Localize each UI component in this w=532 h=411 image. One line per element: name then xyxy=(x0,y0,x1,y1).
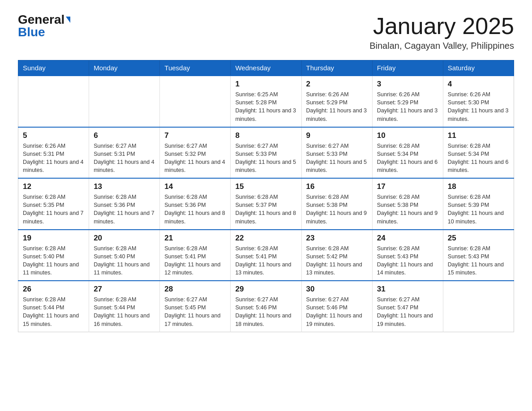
day-number: 29 xyxy=(235,285,296,294)
calendar-cell: 27Sunrise: 6:28 AMSunset: 5:44 PMDayligh… xyxy=(89,281,160,332)
day-number: 30 xyxy=(306,285,368,294)
header-saturday: Saturday xyxy=(443,60,514,76)
day-number: 17 xyxy=(377,182,438,191)
day-info: Sunrise: 6:28 AMSunset: 5:34 PMDaylight:… xyxy=(448,142,509,175)
calendar-cell: 31Sunrise: 6:27 AMSunset: 5:47 PMDayligh… xyxy=(372,281,443,332)
location-title: Binalan, Cagayan Valley, Philippines xyxy=(369,41,514,51)
day-info: Sunrise: 6:26 AMSunset: 5:29 PMDaylight:… xyxy=(306,90,368,123)
calendar-cell: 18Sunrise: 6:28 AMSunset: 5:39 PMDayligh… xyxy=(443,178,514,230)
header-monday: Monday xyxy=(89,60,160,76)
header-row: SundayMondayTuesdayWednesdayThursdayFrid… xyxy=(18,60,514,76)
day-info: Sunrise: 6:26 AMSunset: 5:30 PMDaylight:… xyxy=(448,90,509,123)
day-number: 19 xyxy=(23,234,84,243)
day-info: Sunrise: 6:28 AMSunset: 5:40 PMDaylight:… xyxy=(23,244,84,277)
day-info: Sunrise: 6:28 AMSunset: 5:41 PMDaylight:… xyxy=(164,244,226,277)
calendar-cell: 20Sunrise: 6:28 AMSunset: 5:40 PMDayligh… xyxy=(89,230,160,281)
calendar-cell: 16Sunrise: 6:28 AMSunset: 5:38 PMDayligh… xyxy=(301,178,372,230)
day-number: 25 xyxy=(448,234,509,243)
day-number: 22 xyxy=(235,234,296,243)
day-info: Sunrise: 6:28 AMSunset: 5:38 PMDaylight:… xyxy=(306,193,368,226)
calendar-cell: 9Sunrise: 6:27 AMSunset: 5:33 PMDaylight… xyxy=(301,127,372,179)
day-info: Sunrise: 6:28 AMSunset: 5:43 PMDaylight:… xyxy=(377,244,438,277)
day-info: Sunrise: 6:28 AMSunset: 5:37 PMDaylight:… xyxy=(235,193,296,226)
day-info: Sunrise: 6:28 AMSunset: 5:44 PMDaylight:… xyxy=(23,295,84,328)
logo-triangle-icon xyxy=(66,17,70,23)
page-header: General Blue January 2025 Binalan, Cagay… xyxy=(18,13,514,51)
day-info: Sunrise: 6:27 AMSunset: 5:47 PMDaylight:… xyxy=(377,295,438,328)
day-number: 18 xyxy=(448,182,509,191)
day-number: 8 xyxy=(235,131,296,140)
day-info: Sunrise: 6:28 AMSunset: 5:43 PMDaylight:… xyxy=(448,244,509,277)
day-info: Sunrise: 6:26 AMSunset: 5:31 PMDaylight:… xyxy=(23,142,84,175)
day-number: 6 xyxy=(94,131,155,140)
calendar-cell: 17Sunrise: 6:28 AMSunset: 5:38 PMDayligh… xyxy=(372,178,443,230)
calendar-cell: 10Sunrise: 6:28 AMSunset: 5:34 PMDayligh… xyxy=(372,127,443,179)
day-number: 14 xyxy=(164,182,226,191)
header-sunday: Sunday xyxy=(18,60,89,76)
calendar-cell: 19Sunrise: 6:28 AMSunset: 5:40 PMDayligh… xyxy=(18,230,89,281)
title-section: January 2025 Binalan, Cagayan Valley, Ph… xyxy=(369,13,514,51)
day-info: Sunrise: 6:26 AMSunset: 5:29 PMDaylight:… xyxy=(377,90,438,123)
header-thursday: Thursday xyxy=(301,60,372,76)
day-number: 11 xyxy=(448,131,509,140)
day-number: 16 xyxy=(306,182,368,191)
calendar-cell xyxy=(160,76,231,127)
day-number: 13 xyxy=(94,182,155,191)
day-info: Sunrise: 6:28 AMSunset: 5:44 PMDaylight:… xyxy=(94,295,155,328)
day-number: 20 xyxy=(94,234,155,243)
day-info: Sunrise: 6:27 AMSunset: 5:33 PMDaylight:… xyxy=(306,142,368,175)
calendar-cell: 12Sunrise: 6:28 AMSunset: 5:35 PMDayligh… xyxy=(18,178,89,230)
calendar-cell: 13Sunrise: 6:28 AMSunset: 5:36 PMDayligh… xyxy=(89,178,160,230)
day-number: 4 xyxy=(448,80,509,89)
day-info: Sunrise: 6:28 AMSunset: 5:39 PMDaylight:… xyxy=(448,193,509,226)
day-number: 28 xyxy=(164,285,226,294)
day-number: 5 xyxy=(23,131,84,140)
day-info: Sunrise: 6:27 AMSunset: 5:32 PMDaylight:… xyxy=(164,142,226,175)
calendar-cell xyxy=(443,281,514,332)
calendar-cell xyxy=(89,76,160,127)
day-number: 1 xyxy=(235,80,296,89)
calendar-cell: 29Sunrise: 6:27 AMSunset: 5:46 PMDayligh… xyxy=(231,281,301,332)
calendar-cell: 8Sunrise: 6:27 AMSunset: 5:33 PMDaylight… xyxy=(231,127,301,179)
calendar-cell: 2Sunrise: 6:26 AMSunset: 5:29 PMDaylight… xyxy=(301,76,372,127)
day-info: Sunrise: 6:28 AMSunset: 5:41 PMDaylight:… xyxy=(235,244,296,277)
day-info: Sunrise: 6:27 AMSunset: 5:46 PMDaylight:… xyxy=(306,295,368,328)
week-row-0: 1Sunrise: 6:25 AMSunset: 5:28 PMDaylight… xyxy=(18,76,514,127)
day-info: Sunrise: 6:28 AMSunset: 5:34 PMDaylight:… xyxy=(377,142,438,175)
day-info: Sunrise: 6:27 AMSunset: 5:45 PMDaylight:… xyxy=(164,295,226,328)
header-tuesday: Tuesday xyxy=(160,60,231,76)
week-row-2: 12Sunrise: 6:28 AMSunset: 5:35 PMDayligh… xyxy=(18,178,514,230)
month-title: January 2025 xyxy=(369,13,514,39)
calendar-cell: 1Sunrise: 6:25 AMSunset: 5:28 PMDaylight… xyxy=(231,76,301,127)
day-info: Sunrise: 6:28 AMSunset: 5:38 PMDaylight:… xyxy=(377,193,438,226)
calendar-cell: 21Sunrise: 6:28 AMSunset: 5:41 PMDayligh… xyxy=(160,230,231,281)
day-info: Sunrise: 6:28 AMSunset: 5:40 PMDaylight:… xyxy=(94,244,155,277)
week-row-3: 19Sunrise: 6:28 AMSunset: 5:40 PMDayligh… xyxy=(18,230,514,281)
week-row-4: 26Sunrise: 6:28 AMSunset: 5:44 PMDayligh… xyxy=(18,281,514,332)
calendar-cell: 14Sunrise: 6:28 AMSunset: 5:36 PMDayligh… xyxy=(160,178,231,230)
day-number: 21 xyxy=(164,234,226,243)
day-info: Sunrise: 6:28 AMSunset: 5:35 PMDaylight:… xyxy=(23,193,84,226)
week-row-1: 5Sunrise: 6:26 AMSunset: 5:31 PMDaylight… xyxy=(18,127,514,179)
calendar-cell: 5Sunrise: 6:26 AMSunset: 5:31 PMDaylight… xyxy=(18,127,89,179)
day-number: 23 xyxy=(306,234,368,243)
day-info: Sunrise: 6:27 AMSunset: 5:31 PMDaylight:… xyxy=(94,142,155,175)
logo: General Blue xyxy=(18,13,70,39)
calendar-cell: 28Sunrise: 6:27 AMSunset: 5:45 PMDayligh… xyxy=(160,281,231,332)
day-info: Sunrise: 6:28 AMSunset: 5:42 PMDaylight:… xyxy=(306,244,368,277)
day-number: 15 xyxy=(235,182,296,191)
day-number: 2 xyxy=(306,80,368,89)
calendar-cell: 3Sunrise: 6:26 AMSunset: 5:29 PMDaylight… xyxy=(372,76,443,127)
day-number: 3 xyxy=(377,80,438,89)
day-info: Sunrise: 6:28 AMSunset: 5:36 PMDaylight:… xyxy=(164,193,226,226)
day-info: Sunrise: 6:25 AMSunset: 5:28 PMDaylight:… xyxy=(235,90,296,123)
day-info: Sunrise: 6:27 AMSunset: 5:33 PMDaylight:… xyxy=(235,142,296,175)
calendar-cell: 6Sunrise: 6:27 AMSunset: 5:31 PMDaylight… xyxy=(89,127,160,179)
day-number: 12 xyxy=(23,182,84,191)
calendar-cell: 26Sunrise: 6:28 AMSunset: 5:44 PMDayligh… xyxy=(18,281,89,332)
day-number: 31 xyxy=(377,285,438,294)
day-number: 24 xyxy=(377,234,438,243)
day-number: 9 xyxy=(306,131,368,140)
calendar-cell: 22Sunrise: 6:28 AMSunset: 5:41 PMDayligh… xyxy=(231,230,301,281)
calendar-cell xyxy=(18,76,89,127)
